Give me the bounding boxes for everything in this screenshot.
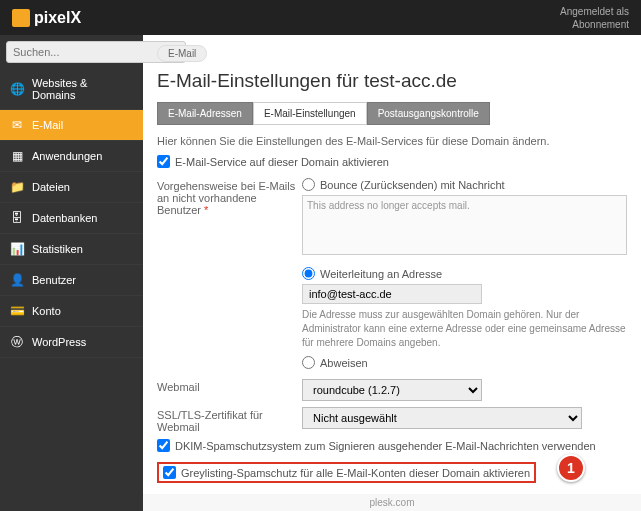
apps-icon: ▦ bbox=[10, 149, 24, 163]
logo-text: pixelX bbox=[34, 9, 81, 27]
logo: pixelX bbox=[12, 9, 81, 27]
webmail-label: Webmail bbox=[157, 379, 302, 393]
sidebar-item-wordpress[interactable]: ⓦWordPress bbox=[0, 327, 143, 358]
radio-forward[interactable] bbox=[302, 267, 315, 280]
greylist-checkbox[interactable] bbox=[163, 466, 176, 479]
ssl-label: SSL/TLS-Zertifikat für Webmail bbox=[157, 407, 302, 433]
mail-icon: ✉ bbox=[10, 118, 24, 132]
enable-service-checkbox[interactable] bbox=[157, 155, 170, 168]
app-header: pixelX Angemeldet als Abonnement bbox=[0, 0, 641, 35]
page-title: E-Mail-Einstellungen für test-acc.de bbox=[157, 70, 627, 92]
radio-bounce[interactable] bbox=[302, 178, 315, 191]
forward-address-input[interactable] bbox=[302, 284, 482, 304]
callout-1: 1 bbox=[557, 454, 585, 482]
account-icon: 💳 bbox=[10, 304, 24, 318]
radio-reject[interactable] bbox=[302, 356, 315, 369]
sidebar-item-email[interactable]: ✉E-Mail bbox=[0, 110, 143, 141]
folder-icon: 📁 bbox=[10, 180, 24, 194]
tab-addresses[interactable]: E-Mail-Adressen bbox=[157, 102, 253, 125]
globe-icon: 🌐 bbox=[10, 82, 24, 96]
sidebar-item-files[interactable]: 📁Dateien bbox=[0, 172, 143, 203]
ssl-select[interactable]: Nicht ausgewählt bbox=[302, 407, 582, 429]
footer: plesk.com bbox=[143, 494, 641, 511]
tabs: E-Mail-Adressen E-Mail-Einstellungen Pos… bbox=[157, 102, 627, 125]
greylist-highlight: Greylisting-Spamschutz für alle E-Mail-K… bbox=[157, 462, 536, 483]
dkim-label: DKIM-Spamschutzsystem zum Signieren ausg… bbox=[175, 440, 596, 452]
tab-outgoing[interactable]: Postausgangskontrolle bbox=[367, 102, 490, 125]
webmail-select[interactable]: roundcube (1.2.7) bbox=[302, 379, 482, 401]
stats-icon: 📊 bbox=[10, 242, 24, 256]
sidebar-item-users[interactable]: 👤Benutzer bbox=[0, 265, 143, 296]
sidebar-item-db[interactable]: 🗄Datenbanken bbox=[0, 203, 143, 234]
breadcrumb[interactable]: E-Mail bbox=[157, 45, 207, 62]
sidebar: 🌐Websites & Domains ✉E-Mail ▦Anwendungen… bbox=[0, 35, 143, 511]
description: Hier können Sie die Einstellungen des E-… bbox=[157, 135, 627, 147]
greylist-label: Greylisting-Spamschutz für alle E-Mail-K… bbox=[181, 467, 530, 479]
sidebar-item-websites[interactable]: 🌐Websites & Domains bbox=[0, 69, 143, 110]
user-icon: 👤 bbox=[10, 273, 24, 287]
dkim-checkbox[interactable] bbox=[157, 439, 170, 452]
sidebar-item-stats[interactable]: 📊Statistiken bbox=[0, 234, 143, 265]
wp-icon: ⓦ bbox=[10, 335, 24, 349]
logo-icon bbox=[12, 9, 30, 27]
header-account: Angemeldet als Abonnement bbox=[560, 5, 629, 31]
bounce-message-textarea[interactable]: This address no longer accepts mail. bbox=[302, 195, 627, 255]
tab-settings[interactable]: E-Mail-Einstellungen bbox=[253, 102, 367, 125]
db-icon: 🗄 bbox=[10, 211, 24, 225]
enable-service-label: E-Mail-Service auf dieser Domain aktivie… bbox=[175, 156, 389, 168]
sidebar-item-apps[interactable]: ▦Anwendungen bbox=[0, 141, 143, 172]
forward-help: Die Adresse muss zur ausgewählten Domain… bbox=[302, 308, 627, 350]
nonexistent-label: Vorgehensweise bei E-Mails an nicht vorh… bbox=[157, 178, 302, 216]
sidebar-item-account[interactable]: 💳Konto bbox=[0, 296, 143, 327]
main-content: E-Mail E-Mail-Einstellungen für test-acc… bbox=[143, 35, 641, 511]
